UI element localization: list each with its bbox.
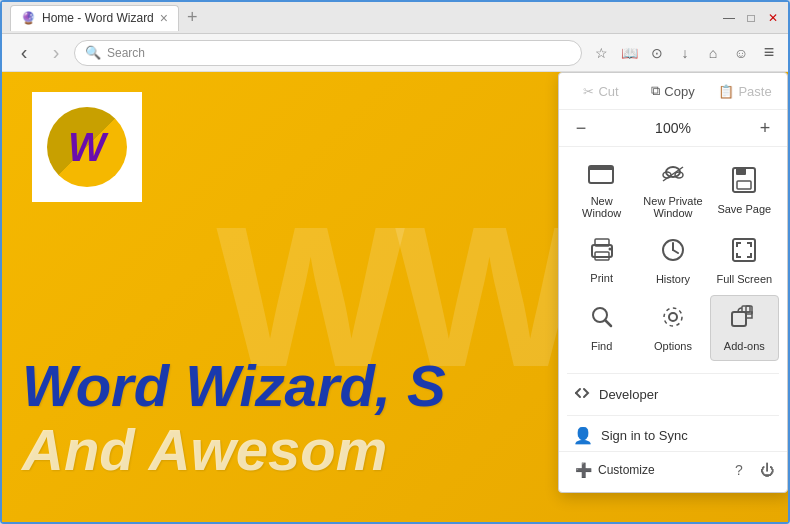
options-label: Options xyxy=(654,340,692,352)
menu-print[interactable]: Print xyxy=(567,229,636,293)
find-icon xyxy=(589,304,615,336)
page-heading: Word Wizard, S And Awesom xyxy=(22,354,446,482)
home-icon[interactable]: ⌂ xyxy=(702,42,724,64)
copy-button[interactable]: ⧉ Copy xyxy=(639,79,707,103)
help-icon[interactable]: ? xyxy=(729,460,749,480)
customize-icon: ➕ xyxy=(575,462,592,478)
tab-favicon: 🔮 xyxy=(21,11,36,25)
menu-find[interactable]: Find xyxy=(567,295,636,361)
sync-icon: 👤 xyxy=(573,426,593,445)
dropdown-menu: ✂ Cut ⧉ Copy 📋 Paste − 100% + xyxy=(558,72,788,493)
navigation-bar: ‹ › 🔍 Search ☆ 📖 ⊙ ↓ ⌂ ☺ ≡ xyxy=(2,34,788,72)
private-window-label: New Private Window xyxy=(642,195,703,219)
fullscreen-label: Full Screen xyxy=(717,273,773,285)
search-text: Search xyxy=(107,46,145,60)
addons-icon xyxy=(730,304,758,336)
menu-addons[interactable]: Add-ons xyxy=(710,295,779,361)
history-label: History xyxy=(656,273,690,285)
menu-separator-1 xyxy=(567,373,779,374)
power-icon[interactable]: ⏻ xyxy=(757,460,777,480)
zoom-in-button[interactable]: + xyxy=(751,114,779,142)
sync-label: Sign in to Sync xyxy=(601,428,688,443)
forward-icon: › xyxy=(53,41,60,64)
page-content: WW W HOM Word Wizard, S And Awesom xyxy=(2,72,788,522)
user-icon[interactable]: ☺ xyxy=(730,42,752,64)
bookmark-icon[interactable]: ☆ xyxy=(590,42,612,64)
search-icon: 🔍 xyxy=(85,45,101,60)
nav-icons: ☆ 📖 ⊙ ↓ ⌂ ☺ ≡ xyxy=(590,42,780,64)
zoom-value: 100% xyxy=(599,120,747,136)
menu-separator-2 xyxy=(567,415,779,416)
menu-sync[interactable]: 👤 Sign in to Sync xyxy=(559,420,787,451)
menu-save-page[interactable]: Save Page xyxy=(710,155,779,227)
history-icon xyxy=(660,237,686,269)
developer-label: Developer xyxy=(599,387,658,402)
menu-history[interactable]: History xyxy=(638,229,707,293)
print-label: Print xyxy=(590,272,613,284)
menu-fullscreen[interactable]: Full Screen xyxy=(710,229,779,293)
private-window-icon xyxy=(659,163,687,191)
maximize-button[interactable]: □ xyxy=(744,11,758,25)
svg-point-20 xyxy=(664,308,682,326)
paste-icon: 📋 xyxy=(718,84,734,99)
new-tab-button[interactable]: + xyxy=(187,7,198,28)
reading-mode-icon[interactable]: 📖 xyxy=(618,42,640,64)
options-icon xyxy=(660,304,686,336)
svg-point-12 xyxy=(608,248,611,251)
forward-button[interactable]: › xyxy=(42,39,70,67)
svg-rect-7 xyxy=(736,168,746,175)
menu-developer[interactable]: Developer xyxy=(559,378,787,411)
menu-button[interactable]: ≡ xyxy=(758,42,780,64)
svg-point-19 xyxy=(669,313,677,321)
tab-title: Home - Word Wizard xyxy=(42,11,154,25)
svg-rect-21 xyxy=(732,312,746,326)
logo-container: W xyxy=(32,92,142,202)
addons-label: Add-ons xyxy=(724,340,765,352)
new-window-icon xyxy=(588,163,616,191)
menu-options[interactable]: Options xyxy=(638,295,707,361)
cut-icon: ✂ xyxy=(583,84,594,99)
pocket-icon[interactable]: ⊙ xyxy=(646,42,668,64)
back-button[interactable]: ‹ xyxy=(10,39,38,67)
minimize-button[interactable]: — xyxy=(722,11,736,25)
new-window-label: New Window xyxy=(571,195,632,219)
find-label: Find xyxy=(591,340,612,352)
edit-row: ✂ Cut ⧉ Copy 📋 Paste xyxy=(559,73,787,110)
url-bar[interactable]: 🔍 Search xyxy=(74,40,582,66)
logo-letter: W xyxy=(68,125,106,170)
print-icon xyxy=(588,238,616,268)
logo-box: W xyxy=(32,92,142,202)
fullscreen-icon xyxy=(731,237,757,269)
menu-new-window[interactable]: New Window xyxy=(567,155,636,227)
menu-bottom-row: ➕ Customize ? ⏻ xyxy=(559,451,787,484)
save-page-icon xyxy=(731,167,757,199)
zoom-out-button[interactable]: − xyxy=(567,114,595,142)
copy-icon: ⧉ xyxy=(651,83,660,99)
zoom-row: − 100% + xyxy=(559,110,787,147)
svg-rect-23 xyxy=(746,306,752,314)
heading-line2: And Awesom xyxy=(22,418,446,482)
svg-rect-8 xyxy=(737,181,751,189)
browser-tab[interactable]: 🔮 Home - Word Wizard × xyxy=(10,5,179,31)
browser-window: 🔮 Home - Word Wizard × + — □ ✕ ‹ › 🔍 Sea… xyxy=(0,0,790,524)
title-bar: 🔮 Home - Word Wizard × + — □ ✕ xyxy=(2,2,788,34)
heading-line1: Word Wizard, S xyxy=(22,354,446,418)
menu-grid: New Window New Private Window xyxy=(559,147,787,369)
tab-close-button[interactable]: × xyxy=(160,10,168,26)
svg-line-18 xyxy=(605,320,611,326)
svg-line-15 xyxy=(673,250,678,253)
paste-button[interactable]: 📋 Paste xyxy=(711,80,779,103)
download-icon[interactable]: ↓ xyxy=(674,42,696,64)
customize-button[interactable]: ➕ Customize xyxy=(569,458,661,482)
close-window-button[interactable]: ✕ xyxy=(766,11,780,25)
heading-line2-text: And Awesom xyxy=(22,417,387,482)
cut-button[interactable]: ✂ Cut xyxy=(567,80,635,103)
save-page-label: Save Page xyxy=(717,203,771,215)
logo-circle: W xyxy=(47,107,127,187)
window-controls: — □ ✕ xyxy=(722,11,780,25)
back-icon: ‹ xyxy=(21,41,28,64)
developer-icon xyxy=(573,384,591,405)
menu-bottom-icons: ? ⏻ xyxy=(729,460,777,480)
menu-private-window[interactable]: New Private Window xyxy=(638,155,707,227)
customize-label: Customize xyxy=(598,463,655,477)
